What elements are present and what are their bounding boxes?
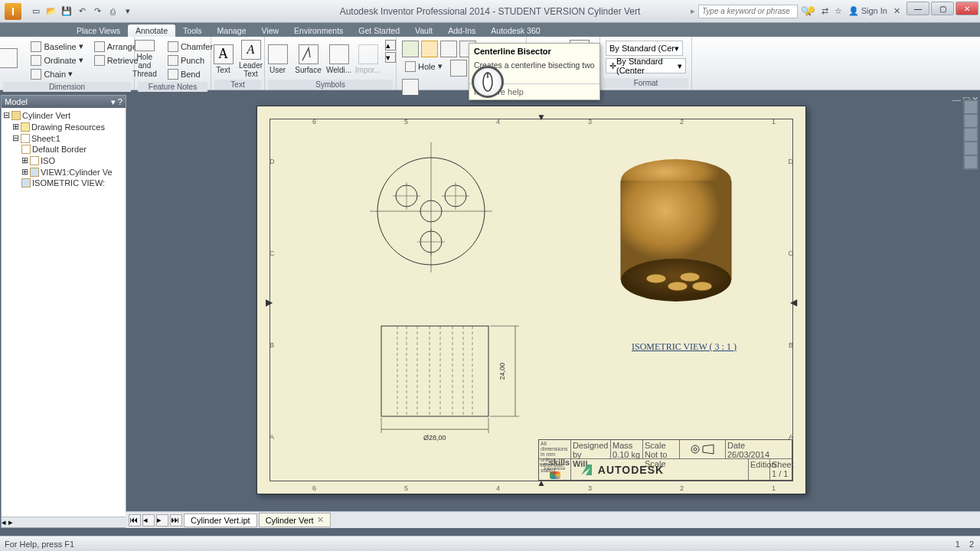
ruler-mark: 5 bbox=[404, 118, 408, 126]
link-icon[interactable]: ⇄ bbox=[822, 6, 828, 16]
sketch-tool-1-icon[interactable] bbox=[450, 60, 467, 77]
tab-addins[interactable]: Add-Ins bbox=[440, 24, 483, 37]
baseline-button[interactable]: Baseline▾ bbox=[28, 40, 86, 53]
qat-new-icon[interactable]: ▭ bbox=[29, 5, 43, 18]
welding-button[interactable]: Weldi... bbox=[325, 38, 353, 80]
top-view-drawing bbox=[370, 142, 492, 272]
qat-save-icon[interactable]: 💾 bbox=[60, 5, 74, 18]
text-button[interactable]: AText bbox=[211, 38, 236, 80]
tab-vault[interactable]: Vault bbox=[407, 24, 440, 37]
iso-icon bbox=[30, 156, 39, 165]
tree-item-isoview[interactable]: ISOMETRIC VIEW: bbox=[3, 178, 124, 188]
qat-redo-icon[interactable]: ↷ bbox=[90, 5, 104, 18]
ruler-mark: 4 bbox=[496, 484, 500, 492]
ruler-mark: B bbox=[789, 341, 793, 349]
group-label: Format bbox=[603, 78, 688, 88]
chamfer-button[interactable]: Chamfer bbox=[165, 40, 216, 53]
maximize-button[interactable]: ▢ bbox=[931, 2, 954, 15]
panel-close-icon[interactable]: ▾ ? bbox=[111, 97, 122, 107]
app-icon[interactable]: I bbox=[5, 3, 21, 20]
ordinate-button[interactable]: Ordinate▾ bbox=[28, 54, 86, 67]
tab-nav-first-icon[interactable]: ⏮ bbox=[129, 514, 141, 527]
ruler-mark: D bbox=[270, 158, 275, 165]
tab-place-views[interactable]: Place Views bbox=[69, 24, 128, 37]
qat-print-icon[interactable]: ⎙ bbox=[106, 5, 119, 18]
style-dropdown[interactable]: ✛ By Standard (Center▾ bbox=[606, 58, 686, 73]
chain-button[interactable]: Chain▾ bbox=[28, 67, 86, 80]
import-button[interactable]: Impor... bbox=[354, 38, 382, 80]
tab-get-started[interactable]: Get Started bbox=[351, 24, 407, 37]
orbit-icon[interactable] bbox=[965, 142, 977, 155]
doc-tab-drawing[interactable]: Cylinder Vert ✕ bbox=[259, 513, 331, 527]
group-label: Dimension bbox=[3, 82, 131, 92]
leader-text-button[interactable]: ALeader Text bbox=[237, 38, 265, 80]
zoom-icon[interactable] bbox=[965, 129, 977, 141]
model-tree[interactable]: ⊟Cylinder Vert ⊞Drawing Resources ⊟Sheet… bbox=[2, 108, 126, 517]
window-title: Autodesk Inventor Professional 2014 - ST… bbox=[340, 6, 641, 17]
drawing-canvas[interactable]: — ◱ ✕ 6 5 4 3 2 1 D C B A D C B A bbox=[126, 95, 980, 528]
ruler-mark: C bbox=[270, 249, 275, 257]
vp-minimize-icon[interactable]: — bbox=[952, 95, 961, 105]
text-icon: A bbox=[214, 44, 234, 64]
tab-autodesk360[interactable]: Autodesk 360 bbox=[483, 24, 547, 37]
key-icon[interactable]: 🔑 bbox=[805, 6, 815, 16]
centerline-bisector-icon[interactable] bbox=[421, 41, 438, 57]
qat-more-icon[interactable]: ▾ bbox=[121, 5, 135, 18]
svg-point-38 bbox=[694, 448, 697, 451]
hole-thread-button[interactable]: Hole and Thread bbox=[128, 38, 162, 80]
search-input[interactable] bbox=[698, 5, 798, 18]
folder-icon bbox=[21, 122, 30, 132]
sheet-icon bbox=[21, 134, 30, 143]
drawing-sheet[interactable]: 6 5 4 3 2 1 D C B A D C B A bbox=[256, 106, 806, 494]
group-label: Feature Notes bbox=[138, 82, 207, 92]
tab-view[interactable]: View bbox=[254, 24, 287, 37]
tree-item-sheet[interactable]: ⊟Sheet:1 bbox=[3, 132, 124, 144]
tab-nav-last-icon[interactable]: ⏭ bbox=[170, 514, 182, 527]
tab-tools[interactable]: Tools bbox=[175, 24, 210, 37]
tree-item-root[interactable]: ⊟Cylinder Vert bbox=[3, 109, 124, 121]
tab-manage[interactable]: Manage bbox=[210, 24, 254, 37]
home-icon[interactable] bbox=[965, 156, 977, 168]
pan-icon[interactable] bbox=[965, 115, 977, 127]
arrange-icon bbox=[94, 41, 105, 52]
expand-up-icon[interactable]: ▴ bbox=[385, 40, 396, 51]
tab-nav-prev-icon[interactable]: ◂ bbox=[142, 514, 155, 527]
dimension-button[interactable] bbox=[0, 38, 24, 80]
star-icon[interactable]: ☆ bbox=[835, 6, 842, 16]
tree-item-resources[interactable]: ⊞Drawing Resources bbox=[3, 121, 124, 132]
doc-tab-ipt[interactable]: Cylinder Vert.ipt bbox=[184, 514, 257, 527]
viewcube-icon[interactable] bbox=[965, 101, 977, 113]
qat-open-icon[interactable]: 📂 bbox=[44, 5, 58, 18]
layer-dropdown[interactable]: By Standard (Cer▾ bbox=[606, 41, 683, 56]
tab-close-icon[interactable]: ✕ bbox=[317, 515, 324, 525]
user-symbol-button[interactable]: User bbox=[264, 38, 292, 80]
ruler-mark: 4 bbox=[496, 118, 500, 126]
signin-button[interactable]: 👤 Sign In bbox=[848, 6, 887, 16]
ruler-mark: 1 bbox=[772, 118, 776, 126]
center-arrow-top-icon: ▼ bbox=[537, 112, 546, 122]
qat-undo-icon[interactable]: ↶ bbox=[75, 5, 89, 18]
group-label: Text bbox=[214, 80, 261, 90]
center-mark-icon[interactable] bbox=[402, 41, 419, 57]
tree-item-iso[interactable]: ⊞ISO bbox=[3, 155, 124, 166]
punch-button[interactable]: Punch bbox=[165, 54, 216, 67]
svg-point-34 bbox=[668, 282, 688, 291]
centered-pattern-icon[interactable] bbox=[440, 41, 457, 57]
sketch-tool-4-icon[interactable] bbox=[402, 79, 419, 96]
surface-button[interactable]: Surface bbox=[293, 38, 324, 80]
hole-button[interactable]: Hole▾ bbox=[402, 60, 448, 73]
tree-item-border[interactable]: Default Border bbox=[3, 144, 124, 155]
bend-button[interactable]: Bend bbox=[165, 67, 216, 80]
status-right: 1 2 bbox=[956, 540, 974, 549]
punch-icon bbox=[168, 55, 178, 66]
minimize-button[interactable]: — bbox=[906, 2, 929, 15]
expand-down-icon[interactable]: ▾ bbox=[385, 52, 396, 63]
x-icon[interactable]: ✕ bbox=[893, 6, 900, 16]
tab-nav-next-icon[interactable]: ▸ bbox=[156, 514, 168, 527]
tab-annotate[interactable]: Annotate bbox=[128, 24, 175, 37]
model-header[interactable]: Model▾ ? bbox=[2, 96, 126, 108]
tree-item-view1[interactable]: ⊞VIEW1:Cylinder Ve bbox=[3, 166, 124, 178]
tab-environments[interactable]: Environments bbox=[286, 24, 351, 37]
close-button[interactable]: ✕ bbox=[956, 2, 978, 15]
panel-scrollbar[interactable]: ◂ ▸ bbox=[2, 517, 126, 527]
